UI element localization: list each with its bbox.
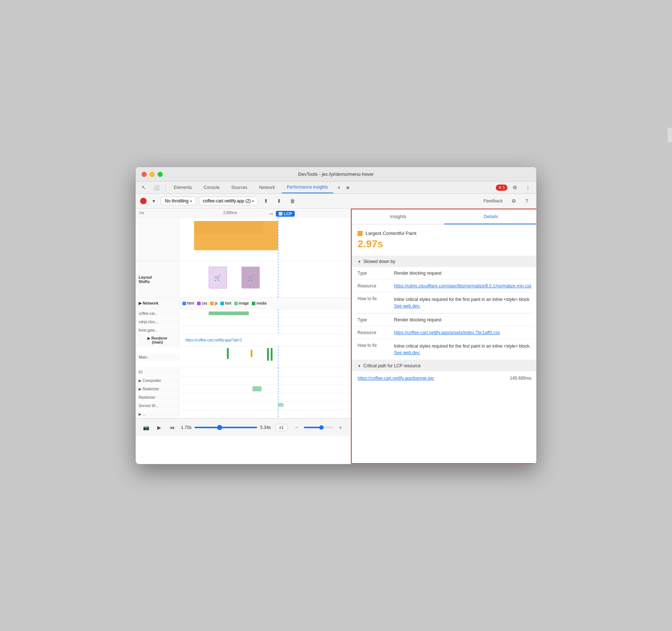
tab-elements[interactable]: Elements <box>169 182 197 193</box>
critical-path-triangle-icon: ▼ <box>358 364 361 368</box>
zoom-slider[interactable] <box>304 427 333 428</box>
main-content: ms 2,880ms 3,200m → LCP <box>136 209 536 464</box>
tab-right-controls: ✕ 1 ⚙ ⋮ <box>496 182 533 193</box>
css-dot <box>197 302 201 305</box>
range-start-time: 1.70s <box>181 425 192 430</box>
minimize-button[interactable] <box>150 172 155 177</box>
zoom-thumb[interactable] <box>319 425 324 430</box>
tab-sources[interactable]: Sources <box>226 182 252 193</box>
tab-network[interactable]: Network <box>254 182 280 193</box>
media-label: media <box>256 301 266 305</box>
play-icon[interactable]: ▶ <box>155 423 163 432</box>
camera-icon[interactable]: 📷 <box>142 423 150 432</box>
feedback-button[interactable]: Feedback <box>480 197 506 205</box>
device-tool-icon[interactable]: ⬜ <box>150 182 162 193</box>
rasterizer-row-2: Rasterizer <box>136 393 351 402</box>
cursor-tool-icon[interactable]: ↖ <box>139 182 149 193</box>
resource-link-1[interactable]: https://cdnjs.cloudflare.com/ajax/libs/n… <box>388 280 537 293</box>
rasterizer-label-2: Rasterizer <box>136 394 179 400</box>
type-label-1: Type <box>352 267 388 280</box>
renderer-url[interactable]: https://coffee-cart.netlify.app/?ad=1 <box>182 337 245 343</box>
title-bar: DevTools - jec.fyi/demo/menu-hover <box>136 167 536 182</box>
service-worker-row: Service W... <box>136 402 351 410</box>
range-thumb[interactable] <box>217 425 222 430</box>
record-arrow-icon[interactable]: ▾ <box>150 196 158 206</box>
lcp-header: Largest Contentful Paint <box>358 231 532 236</box>
zoom-out-icon[interactable]: − <box>292 423 301 432</box>
main-row: Main <box>136 346 351 368</box>
range-slider[interactable] <box>194 427 257 428</box>
resource-content-1 <box>179 309 351 317</box>
help-icon[interactable]: ? <box>522 196 532 206</box>
settings-gear-icon[interactable]: ⚙ <box>509 196 519 206</box>
resource-link-2[interactable]: https://coffee-cart.netlify.app/assets/i… <box>388 326 537 339</box>
font-dot <box>220 302 224 305</box>
time-range: 1.70s 5.34s <box>181 425 271 430</box>
type-value-2: Render blocking request <box>388 314 537 326</box>
skip-start-icon[interactable]: ⏮ <box>168 423 177 432</box>
renderer-url-container: https://coffee-cart.netlify.app/?ad=1 <box>179 334 351 346</box>
error-badge[interactable]: ✕ 1 <box>496 185 507 191</box>
delete-icon[interactable]: 🗑 <box>287 196 298 206</box>
main-dashed <box>278 346 278 368</box>
resource-row-3: fonts.gsta... <box>136 326 351 334</box>
critical-path-section: ▼ Critical path for LCP resource https:/… <box>352 360 537 385</box>
see-web-dev-1[interactable]: See web.dev. <box>394 303 420 309</box>
how-to-fix-text-2: Inline critical styles required for the … <box>394 344 530 349</box>
js-label: js <box>215 301 217 305</box>
main-label: Main <box>136 354 179 360</box>
critical-path-time: 145.695ms <box>510 376 531 381</box>
tab-performance-insights[interactable]: Performance insights <box>282 182 333 193</box>
throttling-dropdown[interactable]: No throttling ▾ <box>161 197 196 205</box>
tab-console[interactable]: Console <box>198 182 225 193</box>
legend-media: media <box>252 301 266 305</box>
how-to-fix-value-2: Inline critical styles required for the … <box>388 339 537 360</box>
thumbnail-1[interactable]: 🛒 <box>209 267 227 289</box>
lcp-color-square <box>358 231 363 236</box>
critical-path-link[interactable]: https://coffee-cart.netlify.app/banner.j… <box>358 376 434 381</box>
media-dot <box>252 302 255 305</box>
download-icon[interactable]: ⬇ <box>274 196 284 206</box>
thumbnail-icon-1: 🛒 <box>214 274 221 281</box>
insights-tabs: Insights Details <box>352 209 537 225</box>
more-options-icon[interactable]: ⋮ <box>522 182 533 193</box>
tab-details[interactable]: Details <box>444 209 537 224</box>
more-tabs-icon[interactable]: » <box>346 184 349 191</box>
close-tab-icon[interactable]: × <box>335 182 343 193</box>
lcp-track-label <box>136 217 179 261</box>
source-dropdown[interactable]: coffee-cart.netlify.app (2) ▾ <box>199 197 258 205</box>
main-green-bar-2 <box>267 348 269 361</box>
renderer-row: ▶ Renderer (main) https://coffee-cart.ne… <box>136 334 351 346</box>
io-content <box>179 368 351 376</box>
zoom-in-icon[interactable]: + <box>336 423 345 432</box>
zoom-slider-fill <box>304 427 321 428</box>
close-button[interactable] <box>142 172 147 177</box>
more-content <box>179 410 351 418</box>
tab-insights[interactable]: Insights <box>352 209 444 224</box>
resource-label-2: cdnjs.clou... <box>136 319 179 325</box>
critical-path-header[interactable]: ▼ Critical path for LCP resource <box>352 360 537 371</box>
error-count: 1 <box>503 185 505 190</box>
lcp-marker: → LCP <box>267 209 295 218</box>
time-label-ms: ms <box>139 211 144 215</box>
traffic-lights <box>142 172 163 177</box>
service-worker-bar <box>278 403 283 407</box>
html-dot <box>182 302 186 305</box>
legend-font: font <box>220 301 231 305</box>
lcp-value: 2.97s <box>358 238 532 250</box>
upload-icon[interactable]: ⬆ <box>261 196 271 206</box>
settings-icon[interactable]: ⚙ <box>510 182 520 193</box>
resource-row-2: cdnjs.clou... <box>136 318 351 326</box>
res-dashed-1 <box>278 309 278 317</box>
see-web-dev-2[interactable]: See web.dev. <box>394 350 420 355</box>
maximize-button[interactable] <box>158 172 163 177</box>
source-label: coffee-cart.netlify.app (2) <box>203 198 251 204</box>
lcp-badge[interactable]: LCP <box>276 211 295 217</box>
io-row: IO <box>136 368 351 376</box>
thumbnail-2[interactable]: 🛒 <box>242 267 260 289</box>
res-dashed-3 <box>278 326 278 334</box>
tab-bar: ↖ ⬜ Elements Console Sources Network Per… <box>136 182 536 194</box>
lcp-track-content <box>179 217 351 261</box>
record-button[interactable] <box>140 198 147 204</box>
slowed-down-header[interactable]: ▼ Slowed down by <box>352 256 537 267</box>
